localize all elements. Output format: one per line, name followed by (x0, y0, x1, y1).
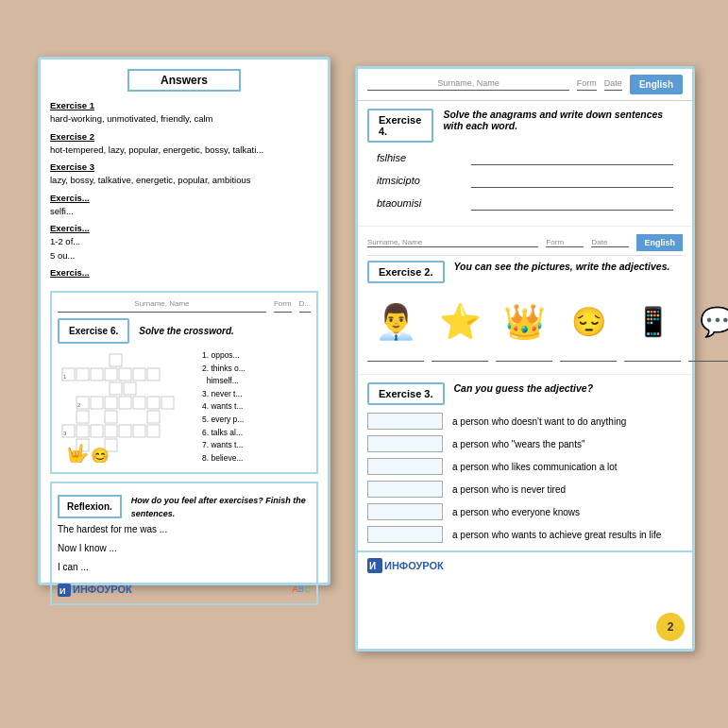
ex3-input-4[interactable] (367, 481, 443, 498)
exercise3-instruction: Can you guess the adjective? (454, 382, 594, 394)
ex6-instruction: Solve the crossword. (139, 324, 234, 338)
ex5-date: Date (591, 238, 629, 247)
svg-rect-7 (133, 368, 145, 381)
clue-6: 5. every p... (202, 414, 245, 427)
ex3-clue-6: a person who wants to achieve great resu… (452, 530, 683, 540)
exercise3-rows: a person who doesn't want to do anything… (367, 413, 683, 543)
infourok-icon: И (58, 584, 71, 597)
reflexion-right: How do you feel after exercises? Finish … (131, 495, 311, 520)
front-header: Surname, Name Form Date English (358, 69, 692, 101)
front-english: English (630, 75, 683, 94)
svg-rect-6 (119, 368, 131, 381)
answers-content: Exercise 1 hard-working, unmotivated, fr… (50, 99, 318, 605)
clue-1: 1. oppos... (202, 349, 245, 363)
svg-rect-25 (119, 425, 131, 437)
svg-rect-14 (119, 397, 131, 409)
anagram-answer-1 (471, 150, 673, 165)
exercise6-content: 1 2 3 🤟 😊 1. oppos... 2. thinks (58, 349, 311, 466)
anagram-word-2: itmsicipto (377, 175, 471, 186)
middle-surname: Surname, Name (58, 298, 266, 313)
ex3-text: lazy, bossy, talkative, energetic, popul… (50, 175, 250, 185)
crossword-area: 1 2 3 🤟 😊 (58, 349, 195, 466)
exercise5-header-peek: Surname, Name Form Date English (367, 234, 683, 256)
ex5-surname: Surname, Name (367, 238, 538, 247)
svg-rect-13 (105, 397, 117, 409)
pic-icon-5: 📱 (635, 305, 670, 338)
svg-rect-4 (91, 368, 103, 381)
svg-text:И: И (59, 586, 65, 596)
ex6-header-row: Exercise 6. Solve the crossword. (58, 318, 311, 344)
exercise4-header: Exercise 4. Solve the anagrams and write… (367, 109, 683, 143)
sheet-answers: Answers Exercise 1 hard-working, unmotiv… (38, 57, 330, 585)
ex2-label: Exercise 2 (50, 131, 94, 142)
answer-ex4: Exercis... selfi... (50, 192, 318, 219)
reflexion-line2: Now I know ... (58, 539, 311, 558)
anagram-line-1: fslhise (367, 150, 683, 165)
ex3-clue-2: a person who "wears the pants" (452, 439, 683, 449)
anagram-line-3: btaoumisi (367, 195, 683, 211)
infourok-logo-icon: И (367, 558, 382, 573)
exercise3-header: Exercise 3. Can you guess the adjective? (367, 382, 683, 405)
ex3-clue-4: a person who is never tired (452, 484, 683, 495)
ex3-input-2[interactable] (367, 435, 443, 452)
svg-rect-1 (110, 354, 122, 366)
svg-rect-24 (105, 425, 117, 437)
infourok-logo-front: И ИНФОУРОК (367, 558, 444, 573)
svg-text:😊: 😊 (91, 447, 110, 463)
ex3-row-2: a person who "wears the pants" (367, 435, 683, 452)
picture-5: 📱 (624, 296, 681, 362)
picture-1: 👨‍💼 (367, 296, 424, 362)
ex3-clue-5: a person who everyone knows (452, 507, 683, 517)
ex3-input-6[interactable] (367, 526, 443, 543)
crossword-svg: 1 2 3 🤟 😊 (58, 349, 195, 463)
svg-text:🤟: 🤟 (65, 443, 89, 463)
answer-ex6: Exercis... (50, 266, 318, 279)
abc-c: C (304, 584, 311, 594)
pic-icon-1: 👨‍💼 (375, 302, 417, 342)
svg-rect-12 (91, 397, 103, 409)
page-container: Answers Exercise 1 hard-working, unmotiv… (0, 0, 728, 728)
ex4-partial-label: Exercis... (50, 193, 90, 203)
infourok-text-front: ИНФОУРОК (384, 560, 444, 571)
front-date: Date (604, 78, 622, 91)
anagram-answer-2 (471, 173, 673, 188)
pic-answer-5 (624, 350, 681, 362)
ex3-row-1: a person who doesn't want to do anything (367, 413, 683, 430)
pic-answer-1 (367, 350, 424, 362)
reflexion-line1: The hardest for me was ... (58, 520, 311, 539)
exercise3-label: Exercise 3. (367, 382, 445, 405)
front-surname: Surname, Name (367, 78, 569, 91)
exercise3-section: Exercise 3. Can you guess the adjective?… (358, 375, 692, 550)
pic-icon-4: 😔 (571, 305, 606, 338)
ex3-input-5[interactable] (367, 503, 443, 520)
ex5-partial-label: Exercis... (50, 223, 90, 233)
ex3-row-4: a person who is never tired (367, 481, 683, 498)
ex5-partial-text2: 5 ou... (50, 250, 75, 261)
svg-rect-18 (76, 411, 89, 423)
svg-rect-22 (76, 425, 89, 437)
svg-text:И: И (369, 561, 376, 571)
pic-box-5: 📱 (627, 296, 679, 347)
ex5-partial-text: 1-2 of... (50, 236, 80, 246)
picture-3: 👑 (496, 296, 552, 362)
reflexion-line3: I can ... (58, 558, 311, 577)
clue-9: 8. believe... (202, 452, 245, 466)
svg-rect-20 (147, 411, 160, 423)
ex5-form: Form (546, 238, 584, 247)
ex3-input-3[interactable] (367, 458, 443, 475)
answer-ex3: Exercise 3 lazy, bossy, talkative, energ… (50, 161, 318, 188)
ex3-label: Exercise 3 (50, 161, 94, 172)
svg-rect-16 (147, 397, 160, 409)
clue-2: 2. thinks o... (202, 363, 245, 376)
clues-list: 1. oppos... 2. thinks o... himself... 3.… (202, 349, 245, 466)
svg-rect-15 (133, 397, 145, 409)
front-form: Form (577, 78, 597, 91)
reflexion-left: Reflexion. (58, 495, 122, 518)
clue-3: himself... (202, 375, 245, 388)
ex3-input-1[interactable] (367, 413, 443, 430)
pic-box-1: 👨‍💼 (370, 296, 422, 347)
picture-6: 💬 (688, 296, 728, 362)
svg-rect-9 (110, 382, 122, 395)
svg-rect-3 (76, 368, 89, 381)
middle-form: Form (274, 298, 292, 313)
